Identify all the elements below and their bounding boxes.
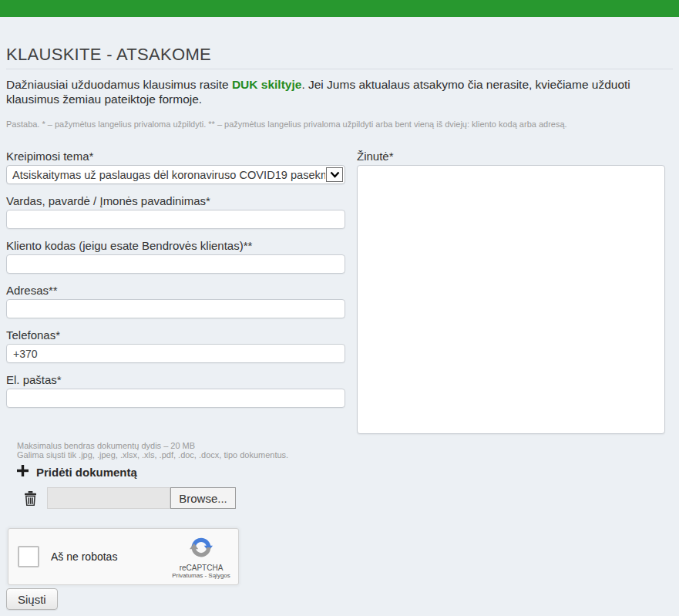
topic-select-value: Atsiskaitymas už paslaugas dėl koronavir… (12, 169, 325, 181)
topic-select[interactable]: Atsiskaitymas už paslaugas dėl koronavir… (6, 165, 345, 184)
email-field[interactable] (6, 389, 345, 408)
submit-button[interactable]: Siųsti (6, 588, 58, 610)
message-label: Žinutė* (357, 150, 665, 163)
name-field[interactable] (6, 210, 345, 229)
recaptcha-logo-block: reCAPTCHA Privatumas - Sąlygos (170, 536, 232, 579)
trash-icon[interactable] (25, 491, 36, 506)
browse-button[interactable]: Browse... (170, 487, 236, 509)
upload-note-types: Galima siųsti tik .jpg, .jpeg, .xlsx, .x… (17, 450, 673, 459)
intro-paragraph: Dažniausiai užduodamus klausimus rasite … (6, 77, 673, 106)
plus-icon (17, 465, 29, 479)
phone-field[interactable] (6, 344, 345, 363)
email-label: El. paštas* (6, 373, 345, 387)
phone-label: Telefonas* (6, 328, 345, 342)
topic-label: Kreipimosi tema* (6, 150, 345, 163)
page-title: KLAUSKITE - ATSAKOME (6, 45, 673, 69)
upload-notes: Maksimalus bendras dokumentų dydis – 20 … (17, 441, 673, 459)
recaptcha-brand: reCAPTCHA (170, 564, 232, 572)
file-upload-row: Browse... (25, 487, 673, 509)
form-right-column: Žinutė* (357, 150, 665, 437)
recaptcha-privacy-terms-links[interactable]: Privatumas - Sąlygos (170, 572, 232, 579)
client-code-label: Kliento kodas (jeigu esate Bendrovės kli… (6, 239, 345, 253)
file-path-field[interactable] (47, 487, 170, 509)
intro-text-before: Dažniausiai užduodamus klausimus rasite (6, 78, 232, 91)
top-green-bar (0, 0, 679, 17)
address-label: Adresas** (6, 284, 345, 298)
duk-link[interactable]: DUK skiltyje (232, 78, 301, 91)
client-code-field[interactable] (6, 254, 345, 274)
upload-note-size: Maksimalus bendras dokumentų dydis – 20 … (17, 441, 673, 450)
main-content: KLAUSKITE - ATSAKOME Dažniausiai užduoda… (0, 45, 679, 610)
form-instructions-note: Pastaba. * – pažymėtus langelius privalo… (6, 120, 673, 129)
chevron-down-icon (326, 167, 343, 182)
form-left-column: Kreipimosi tema* Atsiskaitymas už paslau… (6, 150, 345, 418)
recaptcha-widget: Aš ne robotas reCAPTCHA Privatumas - Sąl… (8, 528, 239, 585)
message-textarea[interactable] (357, 165, 665, 434)
recaptcha-label: Aš ne robotas (51, 550, 117, 563)
recaptcha-logo-icon (190, 548, 213, 561)
address-field[interactable] (6, 299, 345, 318)
add-document-button[interactable]: Pridėti dokumentą (17, 465, 137, 479)
form: Kreipimosi tema* Atsiskaitymas už paslau… (6, 150, 673, 437)
name-label: Vardas, pavardė / Įmonės pavadinimas* (6, 194, 345, 208)
recaptcha-checkbox[interactable] (18, 546, 39, 567)
add-document-label: Pridėti dokumentą (36, 466, 137, 479)
